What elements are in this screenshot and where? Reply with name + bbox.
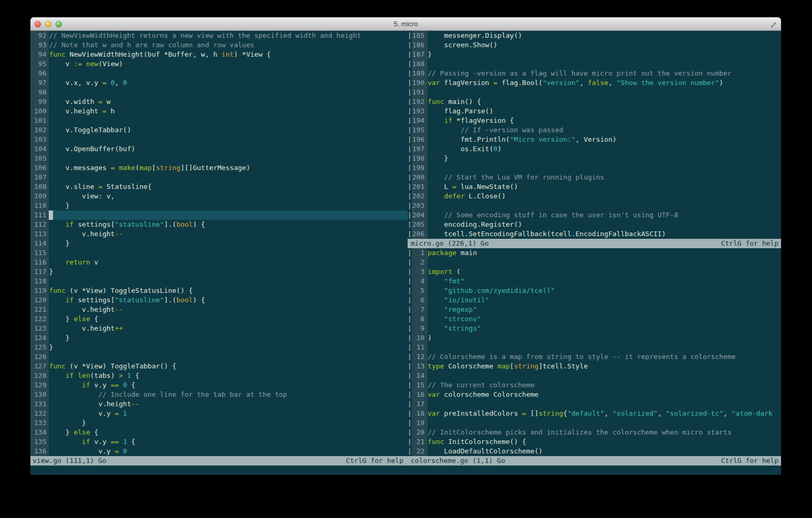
code-line[interactable]: |204 // Some encoding stuff in case the … bbox=[408, 210, 781, 220]
code-line[interactable]: |192func main() { bbox=[408, 97, 781, 107]
code-line[interactable]: |191 bbox=[408, 88, 781, 97]
code-line[interactable]: |187} bbox=[408, 50, 781, 59]
code-line[interactable]: |185 messenger.Display() bbox=[408, 31, 781, 40]
code-line[interactable]: |193 flag.Parse() bbox=[408, 107, 781, 116]
code-line[interactable]: 114 } bbox=[30, 239, 408, 248]
code-line[interactable]: |186 screen.Show() bbox=[408, 40, 781, 50]
code-line[interactable]: 113 v.height-- bbox=[30, 229, 408, 239]
code-line[interactable]: | 3import ( bbox=[408, 267, 781, 277]
code-line[interactable]: 102 v.ToggleTabbar() bbox=[30, 125, 408, 135]
code-line[interactable]: 136 v.y = 0 bbox=[30, 447, 408, 456]
code-line[interactable]: |190var flagVersion = flag.Bool("version… bbox=[408, 78, 781, 88]
code-line[interactable]: 97 v.x, v.y = 0, 0 bbox=[30, 78, 408, 88]
code-line[interactable]: 131 v.height-- bbox=[30, 399, 408, 409]
code-line[interactable]: | 21func InitColorscheme() { bbox=[408, 437, 781, 447]
code-text: ) bbox=[428, 333, 781, 343]
code-line[interactable]: 132 v.y = 1 bbox=[30, 409, 408, 418]
code-line[interactable]: 117} bbox=[30, 267, 408, 277]
code-line[interactable]: 95 v := new(View) bbox=[30, 59, 408, 69]
code-line[interactable]: 124 } bbox=[30, 333, 408, 343]
code-line[interactable]: | 8 "strconv" bbox=[408, 314, 781, 324]
code-line[interactable]: 128 if len(tabs) > 1 { bbox=[30, 371, 408, 380]
code-line[interactable]: 92// NewViewWidthHeight returns a new vi… bbox=[30, 31, 408, 40]
code-line[interactable]: 122 } else { bbox=[30, 314, 408, 324]
code-line[interactable]: | 22 LoadDefaultColorscheme() bbox=[408, 447, 781, 456]
code-line[interactable]: |197 os.Exit(0) bbox=[408, 144, 781, 154]
code-line[interactable]: | 6 "io/ioutil" bbox=[408, 295, 781, 305]
code-line[interactable]: 107 bbox=[30, 173, 408, 182]
code-line[interactable]: 115 bbox=[30, 248, 408, 258]
code-line[interactable]: | 14 bbox=[408, 371, 781, 380]
code-line[interactable]: 104 v.OpenBuffer(buf) bbox=[30, 144, 408, 154]
code-line[interactable]: | 4 "fmt" bbox=[408, 277, 781, 286]
minimize-button[interactable] bbox=[45, 21, 51, 27]
code-line[interactable]: |196 fmt.Println("Micro version:", Versi… bbox=[408, 135, 781, 144]
code-line[interactable]: |202 defer L.Close() bbox=[408, 192, 781, 201]
code-line[interactable]: 116 return v bbox=[30, 258, 408, 267]
code-line[interactable]: | 20// InitColorscheme picks and initial… bbox=[408, 428, 781, 437]
window-titlebar[interactable]: 5. micro bbox=[30, 17, 781, 31]
code-line[interactable]: 109 view: v, bbox=[30, 192, 408, 201]
code-line[interactable]: 108 v.sline = Statusline{ bbox=[30, 182, 408, 192]
code-line[interactable]: 98 bbox=[30, 88, 408, 97]
code-line[interactable]: 125} bbox=[30, 343, 408, 352]
code-line[interactable]: 105 bbox=[30, 154, 408, 163]
code-line[interactable]: |199 bbox=[408, 163, 781, 173]
code-line[interactable]: 99 v.width = w bbox=[30, 97, 408, 107]
code-line[interactable]: 120 if settings["statusline"].(bool) { bbox=[30, 295, 408, 305]
code-line[interactable]: | 12// Colorscheme is a map from string … bbox=[408, 352, 781, 362]
code-line[interactable]: 129 if v.y == 0 { bbox=[30, 380, 408, 390]
code-line[interactable]: | 19 bbox=[408, 418, 781, 428]
code-line[interactable]: |203 bbox=[408, 201, 781, 210]
code-line[interactable]: 135 if v.y == 1 { bbox=[30, 437, 408, 447]
code-line[interactable]: | 2 bbox=[408, 258, 781, 267]
code-line[interactable]: |201 L = lua.NewState() bbox=[408, 182, 781, 192]
fullscreen-resize-icon[interactable] bbox=[770, 20, 777, 30]
code-line[interactable]: 112 if settings["statusline"].(bool) { bbox=[30, 220, 408, 229]
code-line[interactable]: 93// Note that w and h are raw column an… bbox=[30, 40, 408, 50]
code-line[interactable]: 106 v.messages = make(map[string][]Gutte… bbox=[30, 163, 408, 173]
zoom-button[interactable] bbox=[56, 21, 62, 27]
code-line[interactable]: 121 v.height-- bbox=[30, 305, 408, 314]
code-line[interactable]: 126 bbox=[30, 352, 408, 362]
code-line[interactable]: |200 // Start the Lua VM for running plu… bbox=[408, 173, 781, 182]
code-line[interactable]: |198 } bbox=[408, 154, 781, 163]
code-line[interactable]: | 1package main bbox=[408, 248, 781, 258]
close-button[interactable] bbox=[35, 21, 41, 27]
code-line[interactable]: 127func (v *View) ToggleTabbar() { bbox=[30, 362, 408, 371]
command-line[interactable] bbox=[30, 466, 781, 475]
code-line[interactable]: | 18var preInstalledColors = []string{"d… bbox=[408, 409, 781, 418]
code-line[interactable]: |189// Passing -version as a flag will h… bbox=[408, 69, 781, 78]
code-line[interactable]: 133 } bbox=[30, 418, 408, 428]
code-line[interactable]: 94func NewViewWidthHeight(buf *Buffer, w… bbox=[30, 50, 408, 59]
code-line[interactable]: | 7 "regexp" bbox=[408, 305, 781, 314]
pane-view-go[interactable]: 92// NewViewWidthHeight returns a new vi… bbox=[30, 31, 408, 456]
status-help-text: CtrlG for help bbox=[346, 456, 403, 466]
code-line[interactable]: | 9 "strings" bbox=[408, 324, 781, 333]
code-line[interactable]: 130 // Include one line for the tab bar … bbox=[30, 390, 408, 399]
code-line[interactable]: 118 bbox=[30, 277, 408, 286]
code-line[interactable]: | 17 bbox=[408, 399, 781, 409]
code-line[interactable]: 101 bbox=[30, 116, 408, 125]
code-line[interactable]: 100 v.height = h bbox=[30, 107, 408, 116]
code-line[interactable]: |195 // If -version was passed bbox=[408, 125, 781, 135]
code-line[interactable]: |194 if *flagVersion { bbox=[408, 116, 781, 125]
code-line[interactable]: 111 bbox=[30, 210, 408, 220]
code-line[interactable]: | 16var colorscheme Colorscheme bbox=[408, 390, 781, 399]
pane-colorscheme-go[interactable]: | 1package main| 2| 3import (| 4 "fmt"| … bbox=[408, 248, 781, 456]
code-line[interactable]: | 10) bbox=[408, 333, 781, 343]
code-line[interactable]: |206 tcell.SetEncodingFallback(tcell.Enc… bbox=[408, 229, 781, 239]
code-line[interactable]: 123 v.height++ bbox=[30, 324, 408, 333]
code-line[interactable]: |188 bbox=[408, 59, 781, 69]
code-line[interactable]: 96 bbox=[30, 69, 408, 78]
code-line[interactable]: | 15// The current colorscheme bbox=[408, 380, 781, 390]
code-line[interactable]: | 5 "github.com/zyedidia/tcell" bbox=[408, 286, 781, 295]
code-line[interactable]: 119func (v *View) ToggleStatusLine() { bbox=[30, 286, 408, 295]
code-line[interactable]: 110 } bbox=[30, 201, 408, 210]
code-line[interactable]: |205 encoding.Register() bbox=[408, 220, 781, 229]
code-line[interactable]: 103 bbox=[30, 135, 408, 144]
code-line[interactable]: 134 } else { bbox=[30, 428, 408, 437]
pane-micro-go[interactable]: |185 messenger.Display()|186 screen.Show… bbox=[408, 31, 781, 239]
code-line[interactable]: | 11 bbox=[408, 343, 781, 352]
code-line[interactable]: | 13type Colorscheme map[string]tcell.St… bbox=[408, 362, 781, 371]
